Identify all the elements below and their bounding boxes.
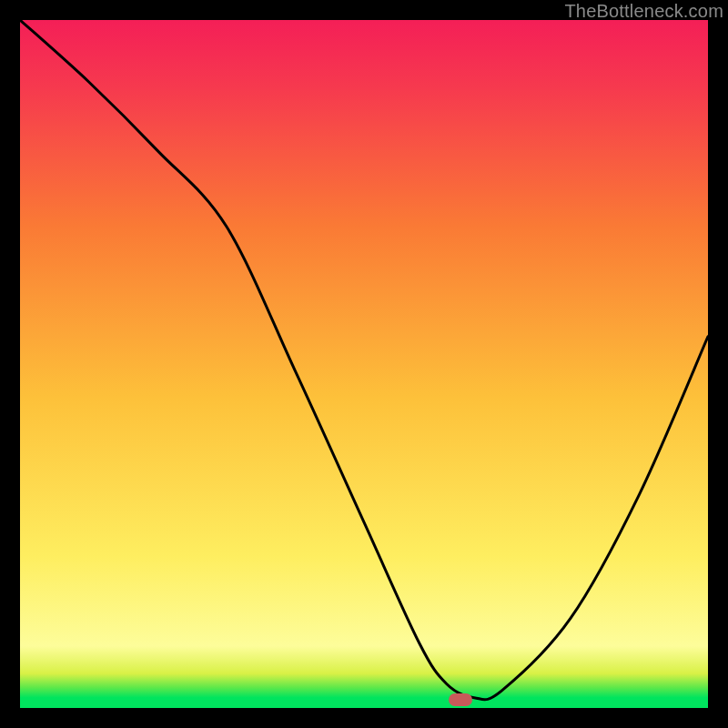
chart-frame: TheBottleneck.com — [0, 0, 728, 728]
bottleneck-curve — [20, 20, 708, 708]
optimal-marker — [449, 693, 472, 706]
chart-plot-area — [20, 20, 708, 708]
watermark-text: TheBottleneck.com — [564, 1, 723, 22]
